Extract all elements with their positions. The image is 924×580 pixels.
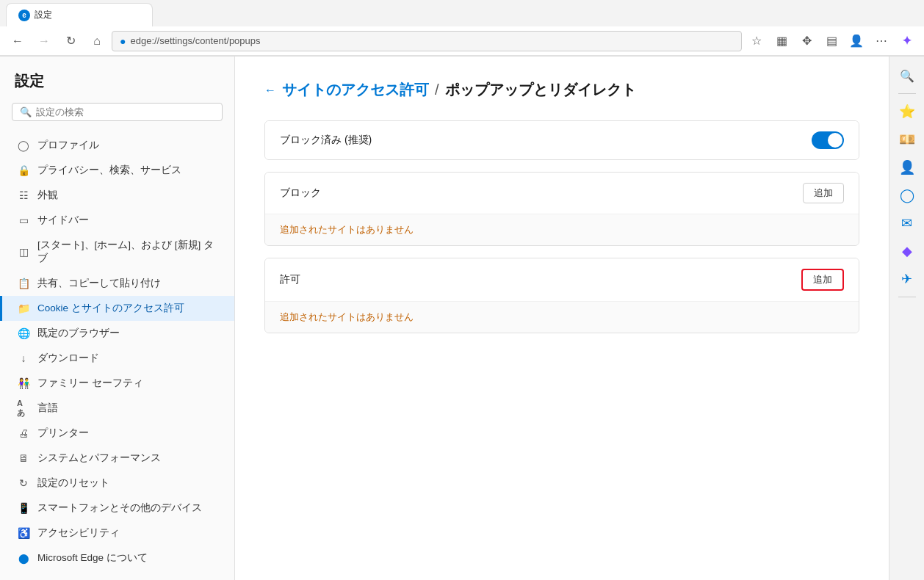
nav-label: 設定のリセット — [37, 476, 109, 490]
block-empty-text: 追加されたサイトはありません — [280, 224, 414, 235]
nav-label: 外観 — [37, 189, 58, 202]
allow-section-body: 追加されたサイトはありません — [265, 301, 859, 333]
cookies-icon: 📁 — [17, 302, 30, 315]
more-button[interactable]: ⋯ — [870, 29, 893, 53]
share-icon: 📋 — [17, 277, 30, 290]
side-collections-button[interactable]: ⭐ — [894, 98, 920, 125]
home-button[interactable]: ⌂ — [85, 29, 109, 53]
block-section-card: ブロック 追加 追加されたサイトはありません — [264, 172, 859, 246]
sidebar-item-newtab[interactable]: ◫ [スタート]、[ホーム]、および [新規] タブ — [0, 233, 234, 271]
allow-empty-text: 追加されたサイトはありません — [280, 311, 414, 322]
printer-icon: 🖨 — [17, 427, 30, 440]
nav-list: ◯ プロファイル 🔒 プライバシー、検索、サービス ☷ 外観 ▭ サイドバー ◫ — [0, 133, 234, 570]
side-divider-1 — [898, 93, 916, 94]
active-tab[interactable]: e 設定 — [6, 3, 153, 26]
nav-label: プライバシー、検索、サービス — [37, 164, 181, 177]
nav-label: システムとパフォーマンス — [37, 452, 161, 465]
refresh-button[interactable]: ↻ — [59, 29, 82, 53]
nav-label: ファミリー セーフティ — [37, 377, 143, 390]
favorites-button[interactable]: ☆ — [745, 29, 768, 53]
wallet-button[interactable]: ▤ — [820, 29, 843, 53]
address-bar[interactable]: ● edge://settings/content/popups — [112, 31, 742, 51]
breadcrumb-separator: / — [435, 81, 439, 98]
search-input[interactable] — [36, 106, 214, 117]
side-panel: 🔍 ⭐ 💴 👤 ◯ ✉ ◆ ✈ + — [889, 57, 924, 580]
blocked-section-header: ブロック済み (推奨) — [265, 121, 859, 159]
sidebar-item-language[interactable]: Aあ 言語 — [0, 396, 234, 421]
allow-add-button[interactable]: 追加 — [801, 269, 844, 291]
profile-icon: ◯ — [17, 139, 30, 152]
breadcrumb-back-button[interactable]: ← — [264, 84, 276, 97]
nav-label: サイドバー — [37, 214, 89, 227]
nav-label: 言語 — [37, 402, 58, 415]
sidebar-item-cookies[interactable]: 📁 Cookie とサイトのアクセス許可 — [0, 296, 234, 321]
sidebar-item-about[interactable]: ⬤ Microsoft Edge について — [0, 545, 234, 570]
sidebar-item-downloads[interactable]: ↓ ダウンロード — [0, 346, 234, 371]
language-icon: Aあ — [17, 402, 30, 415]
block-section-header: ブロック 追加 — [265, 173, 859, 214]
nav-label: プリンター — [37, 427, 89, 440]
blocked-toggle[interactable] — [812, 131, 844, 149]
sidebar-item-mobile[interactable]: 📱 スマートフォンとその他のデバイス — [0, 496, 234, 521]
blocked-section-card: ブロック済み (推奨) — [264, 120, 859, 160]
breadcrumb-link[interactable]: サイトのアクセス許可 — [282, 80, 429, 100]
back-button[interactable]: ← — [6, 29, 29, 53]
side-search-button[interactable]: 🔍 — [894, 62, 920, 89]
nav-label: Microsoft Edge について — [37, 551, 148, 565]
side-bing-button[interactable]: ◯ — [894, 182, 920, 209]
family-icon: 👫 — [17, 377, 30, 390]
side-send-button[interactable]: ✈ — [894, 266, 920, 292]
side-profile-button[interactable]: 👤 — [894, 154, 920, 181]
search-icon: 🔍 — [20, 106, 32, 117]
side-wallet-button[interactable]: 💴 — [894, 126, 920, 153]
appearance-icon: ☷ — [17, 189, 30, 202]
accessibility-icon: ♿ — [17, 526, 30, 540]
mobile-icon: 📱 — [17, 501, 30, 515]
nav-label: ダウンロード — [37, 352, 99, 365]
tab-bar: e 設定 — [0, 0, 924, 26]
content-area: ← サイトのアクセス許可 / ポップアップとリダイレクト ブロック済み (推奨)… — [235, 57, 889, 580]
nav-label: スマートフォンとその他のデバイス — [37, 501, 202, 515]
block-add-button[interactable]: 追加 — [803, 183, 844, 203]
browser-toolbar: ← → ↻ ⌂ ● edge://settings/content/popups… — [0, 26, 924, 56]
privacy-icon: 🔒 — [17, 164, 30, 177]
tab-title: 設定 — [35, 9, 52, 21]
sidebar-item-reset[interactable]: ↻ 設定のリセット — [0, 471, 234, 496]
sidebar-item-profile[interactable]: ◯ プロファイル — [0, 133, 234, 158]
forward-button[interactable]: → — [32, 29, 56, 53]
browser-icon: 🌐 — [17, 327, 30, 340]
sidebar-item-accessibility[interactable]: ♿ アクセシビリティ — [0, 521, 234, 545]
reset-icon: ↻ — [17, 476, 30, 490]
nav-label: Cookie とサイトのアクセス許可 — [37, 302, 184, 315]
breadcrumb: ← サイトのアクセス許可 / ポップアップとリダイレクト — [264, 80, 859, 100]
newtab-icon: ◫ — [17, 245, 30, 258]
copilot-button[interactable]: ✦ — [895, 29, 918, 53]
sidebar-item-privacy[interactable]: 🔒 プライバシー、検索、サービス — [0, 158, 234, 183]
allow-section-header: 許可 追加 — [265, 258, 859, 301]
nav-label: [スタート]、[ホーム]、および [新規] タブ — [37, 239, 220, 265]
sidebar-item-system[interactable]: 🖥 システムとパフォーマンス — [0, 446, 234, 471]
side-outlook-button[interactable]: ✉ — [894, 210, 920, 236]
search-box[interactable]: 🔍 — [12, 103, 223, 121]
profile-button[interactable]: 👤 — [845, 29, 868, 53]
about-icon: ⬤ — [17, 551, 30, 565]
sidebar-item-share[interactable]: 📋 共有、コピーして貼り付け — [0, 271, 234, 296]
allow-section-card: 許可 追加 追加されたサイトはありません — [264, 258, 859, 333]
block-section-title: ブロック — [280, 186, 321, 200]
nav-label: プロファイル — [37, 139, 99, 152]
sidebar-item-family[interactable]: 👫 ファミリー セーフティ — [0, 371, 234, 396]
collections-button[interactable]: ✥ — [795, 29, 818, 53]
tab-actions-button[interactable]: ▦ — [770, 29, 793, 53]
sidebar-icon: ▭ — [17, 214, 30, 227]
sidebar-item-appearance[interactable]: ☷ 外観 — [0, 183, 234, 208]
toolbar-right: ☆ ▦ ✥ ▤ 👤 ⋯ ✦ — [745, 29, 918, 53]
sidebar-item-printer[interactable]: 🖨 プリンター — [0, 421, 234, 446]
sidebar-item-sidebar[interactable]: ▭ サイドバー — [0, 208, 234, 233]
sidebar-item-browser[interactable]: 🌐 既定のブラウザー — [0, 321, 234, 346]
downloads-icon: ↓ — [17, 352, 30, 365]
side-divider-2 — [898, 297, 916, 297]
address-text: edge://settings/content/popups — [130, 35, 260, 46]
nav-label: 既定のブラウザー — [37, 327, 120, 340]
block-section-body: 追加されたサイトはありません — [265, 214, 859, 245]
side-extension-button[interactable]: ◆ — [894, 238, 920, 264]
